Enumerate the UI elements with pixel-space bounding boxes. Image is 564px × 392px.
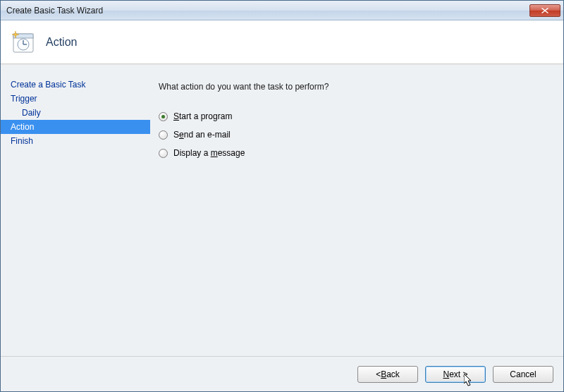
header-band: Action xyxy=(1,20,563,64)
wizard-icon xyxy=(11,30,36,55)
radio-label: Send an e-mail xyxy=(173,130,231,140)
page-title: Action xyxy=(46,36,77,49)
cancel-button[interactable]: Cancel xyxy=(493,366,553,383)
close-button[interactable] xyxy=(529,4,560,17)
radio-icon xyxy=(159,130,168,140)
wizard-steps-sidebar: Create a Basic Task Trigger Daily Action… xyxy=(1,65,150,356)
radio-label: Display a message xyxy=(173,148,245,158)
radio-send-email[interactable]: Send an e-mail xyxy=(159,130,549,140)
footer-buttons: < Back Next > Cancel xyxy=(1,356,563,391)
body-area: Create a Basic Task Trigger Daily Action… xyxy=(1,64,563,356)
window-title: Create Basic Task Wizard xyxy=(6,6,529,16)
radio-icon xyxy=(159,112,168,121)
titlebar: Create Basic Task Wizard xyxy=(1,1,563,20)
radio-icon xyxy=(159,149,168,158)
content-panel: What action do you want the task to perf… xyxy=(150,65,563,356)
radio-display-message[interactable]: Display a message xyxy=(159,148,549,158)
sidebar-item-action[interactable]: Action xyxy=(1,120,150,134)
wizard-window: Create Basic Task Wizard Action Create a xyxy=(0,0,564,392)
next-button[interactable]: Next > xyxy=(425,366,486,383)
sidebar-item-finish[interactable]: Finish xyxy=(1,134,150,148)
close-icon xyxy=(541,8,548,13)
back-button[interactable]: < Back xyxy=(357,366,418,383)
radio-label: Start a program xyxy=(173,111,232,121)
sidebar-item-daily[interactable]: Daily xyxy=(1,106,150,120)
question-text: What action do you want the task to perf… xyxy=(159,82,549,92)
sidebar-item-trigger[interactable]: Trigger xyxy=(1,92,150,106)
sidebar-item-create-basic-task[interactable]: Create a Basic Task xyxy=(1,78,150,92)
radio-start-program[interactable]: Start a program xyxy=(159,111,549,121)
